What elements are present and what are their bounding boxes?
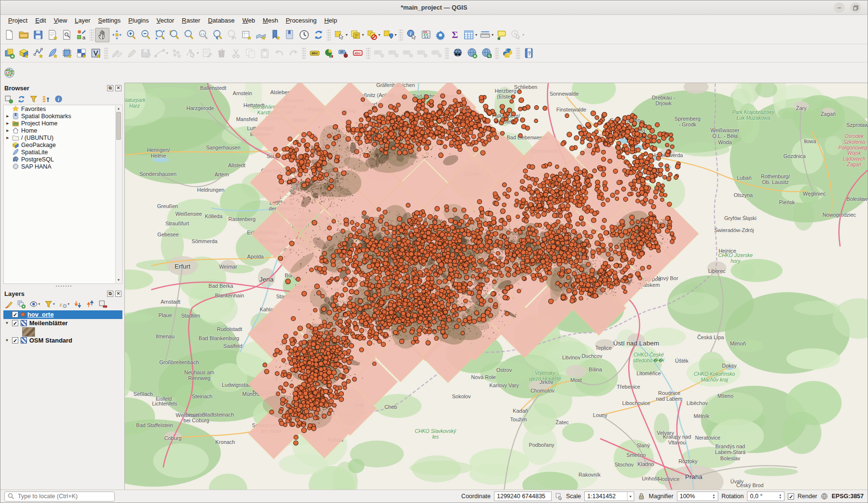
lock-scale-icon[interactable] [638, 492, 645, 500]
select-value-dropdown-icon[interactable]: ▾ [362, 33, 364, 37]
browser-item-sap-hana[interactable]: SAP HANA [4, 163, 122, 170]
info-button[interactable]: i [54, 95, 63, 103]
help-button[interactable]: ? [521, 46, 536, 61]
select-rect-button[interactable]: ▾ [332, 28, 349, 42]
collapse-all-button[interactable] [86, 300, 95, 308]
new-virtual-button[interactable] [88, 46, 103, 61]
new-3d-map-button[interactable] [253, 28, 268, 42]
panel-splitter[interactable] [2, 284, 124, 288]
sum-button[interactable]: Σ [447, 28, 462, 42]
layer-item-hov-orte[interactable]: ✓hov_orte [3, 310, 122, 319]
open-project-button[interactable] [16, 28, 31, 42]
layers-close-button[interactable]: ✕ [115, 291, 121, 297]
select-rect-dropdown-icon[interactable]: ▾ [346, 33, 348, 37]
locator-bar[interactable] [4, 491, 115, 502]
layer-item-osm-standard[interactable]: ▼✓OSM Standard [3, 336, 122, 345]
layer-visibility-checkbox[interactable]: ✓ [12, 320, 18, 326]
measure-dropdown-icon[interactable]: ▾ [492, 33, 494, 37]
deselect-dropdown-icon[interactable]: ▾ [378, 33, 380, 37]
collapse-tree-button[interactable] [42, 95, 50, 103]
quickosm-globe-button[interactable] [2, 65, 16, 80]
highlight-labels-button[interactable]: abc [350, 46, 365, 61]
menu-database[interactable]: Database [204, 16, 239, 25]
layers-float-button[interactable]: ⧉ [107, 291, 113, 297]
magnifier-input[interactable]: 100% ▲▼ [677, 491, 718, 501]
refresh-sm-button[interactable] [17, 95, 25, 103]
select-location-dropdown-icon[interactable]: ▾ [395, 33, 397, 37]
globe-search-button[interactable] [479, 46, 494, 61]
temporal-button[interactable] [297, 28, 311, 42]
collapse-arrow-icon[interactable]: ▼ [4, 321, 10, 325]
menu-settings[interactable]: Settings [94, 16, 124, 25]
restore-button[interactable] [850, 2, 861, 13]
add-line-dropdown-icon[interactable]: ▾ [166, 51, 168, 55]
menu-processing[interactable]: Processing [282, 16, 320, 25]
labeling-button[interactable]: abc [307, 46, 322, 61]
zoom-last-button[interactable] [210, 28, 225, 42]
select-location-button[interactable]: ▾ [381, 28, 398, 42]
filter-button[interactable] [29, 95, 38, 103]
collapse-arrow-icon[interactable]: ▼ [4, 338, 10, 343]
themes-button[interactable]: ▾ [29, 300, 40, 308]
expand-all-button[interactable] [73, 300, 82, 308]
new-shapefile-button[interactable] [31, 46, 45, 61]
layout-manager-button[interactable] [60, 28, 74, 42]
crs-globe-icon[interactable] [820, 492, 828, 500]
stats-summary-button[interactable] [419, 28, 433, 42]
new-spatialite-button[interactable] [45, 46, 60, 61]
scroll-up-icon[interactable]: ▲ [116, 106, 121, 111]
expand-arrow-icon[interactable]: ▶ [5, 122, 10, 125]
pan-map-button[interactable] [95, 28, 109, 42]
browser-item--ubuntu-[interactable]: ▶/ (UBUNTU) [4, 134, 122, 141]
new-geopackage-button[interactable] [16, 46, 31, 61]
layer-visibility-checkbox[interactable]: ✓ [12, 337, 18, 344]
rotation-input[interactable]: 0,0 ° ▲▼ [747, 491, 784, 501]
identify-button[interactable]: i [404, 28, 419, 42]
menu-mesh[interactable]: Mesh [259, 16, 282, 25]
action-dropdown-icon[interactable]: ▾ [522, 33, 524, 37]
rotation-spinner[interactable]: ▲▼ [779, 493, 782, 499]
map-canvas-area[interactable]: BallenstedtArnsteinAlslebenKönnernHettst… [124, 83, 868, 490]
new-map-view-button[interactable] [239, 28, 253, 42]
coordinate-input[interactable]: 1299240 6744835 [494, 491, 552, 501]
expand-arrow-icon[interactable]: ▶ [5, 114, 10, 118]
refresh-button[interactable] [311, 28, 326, 42]
python-console-button[interactable] [500, 46, 515, 61]
zoom-full-button[interactable] [153, 28, 167, 42]
browser-close-button[interactable]: ✕ [115, 85, 121, 91]
menu-help[interactable]: Help [320, 16, 341, 25]
menu-plugins[interactable]: Plugins [124, 16, 153, 25]
browser-item-favorites[interactable]: Favorites [4, 105, 122, 112]
menu-layer[interactable]: Layer [71, 16, 95, 25]
style-manager-button[interactable]: a [74, 28, 88, 42]
browser-item-spatialite[interactable]: SpatiaLite [4, 148, 122, 156]
expand-arrow-icon[interactable]: ▶ [5, 136, 10, 140]
layer-visibility-checkbox[interactable]: ✓ [12, 311, 18, 318]
menu-edit[interactable]: Edit [31, 16, 49, 25]
filter-button[interactable]: ▾ [44, 300, 55, 308]
show-bookmarks-button[interactable] [282, 28, 297, 42]
vertex-tool-dropdown-icon[interactable]: ▾ [197, 51, 199, 55]
remove-layer-button[interactable] [98, 300, 107, 308]
browser-item-postgresql[interactable]: PostgreSQL [4, 156, 122, 163]
menu-view[interactable]: View [50, 16, 71, 25]
new-print-layout-button[interactable] [45, 28, 60, 42]
measure-button[interactable]: ▾ [478, 28, 494, 42]
zoom-in-button[interactable] [124, 28, 138, 42]
locator-input[interactable] [17, 492, 112, 500]
crs-status[interactable]: EPSG:3857 [832, 493, 864, 500]
browser-item-home[interactable]: ▶Home [4, 127, 122, 134]
new-bookmark-button[interactable] [268, 28, 282, 42]
new-project-button[interactable] [2, 28, 16, 42]
diagrams-button[interactable] [322, 46, 336, 61]
titlebar[interactable]: *main_project — QGIS – [0, 0, 868, 15]
attr-table-dropdown-icon[interactable]: ▾ [475, 33, 477, 37]
expand-arrow-icon[interactable]: ▶ [5, 129, 10, 133]
menu-web[interactable]: Web [239, 16, 259, 25]
map-overlay-and-points[interactable] [125, 83, 868, 490]
attr-table-button[interactable]: ▾ [462, 28, 478, 42]
map-tips-button[interactable] [494, 28, 509, 42]
zoom-native-button[interactable]: 1:1 [196, 28, 210, 42]
add-group-button[interactable] [17, 300, 25, 308]
scroll-down-icon[interactable]: ▼ [116, 277, 121, 283]
